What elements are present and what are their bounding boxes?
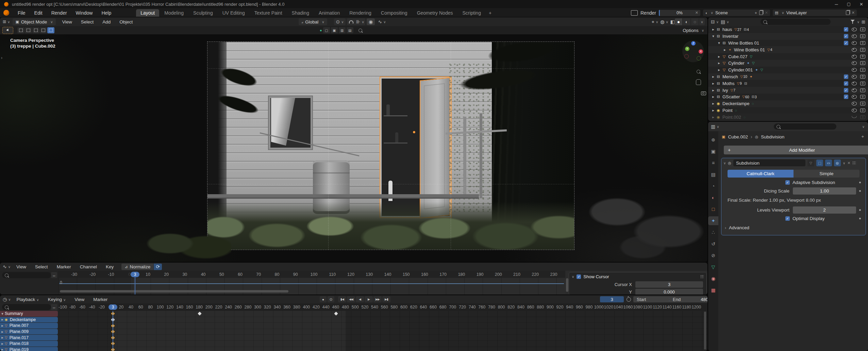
graph-menu-channel[interactable]: Channel (76, 264, 101, 269)
tab-modeling[interactable]: Modeling (160, 9, 188, 17)
timeline-editor-type-icon[interactable]: ◷∨ (3, 297, 11, 302)
show-cursor-checkbox[interactable]: ✓ (577, 274, 581, 279)
disable-render-camera-icon[interactable] (860, 75, 865, 79)
channel-plane-017[interactable]: ▸▽Plane.017 (0, 335, 58, 340)
expand-icon[interactable]: ▸ (711, 95, 716, 99)
channel-plane-019[interactable]: ▸▽Plane.019 (0, 347, 58, 351)
expand-icon[interactable]: ▸ (722, 48, 727, 52)
expand-icon[interactable]: ▸ (717, 54, 721, 59)
next-keyframe-button[interactable]: ▶▶ (373, 296, 382, 302)
jump-to-start-button[interactable]: ▮◀ (338, 296, 346, 302)
outliner-row-ivy[interactable]: ▸⊟Ivy▽7✓ (708, 87, 868, 94)
channel-expand-icon[interactable]: ▸ (0, 317, 5, 322)
hide-viewport-eye-icon[interactable] (852, 88, 857, 92)
timeline-filter-toggle-icon[interactable]: ↔ (51, 304, 57, 310)
hide-viewport-eye-icon[interactable] (852, 28, 857, 31)
viewport-pan-hand-icon[interactable] (696, 79, 701, 85)
timeline-menu-keying[interactable]: Keying∨ (44, 297, 70, 302)
disable-render-camera-icon[interactable] (860, 48, 865, 52)
normalize-auto-refresh-icon[interactable]: ⟳ (154, 264, 162, 270)
on-cage-toggle-icon[interactable]: ⬚ (816, 160, 823, 166)
tab-rendering[interactable]: Rendering (345, 9, 376, 17)
select-mode-extend[interactable] (25, 27, 32, 33)
tab-world[interactable]: ◐ (709, 193, 718, 202)
modifier-name-field[interactable]: Subdivision (733, 160, 805, 166)
visibility-checkbox[interactable]: ✓ (844, 27, 848, 32)
shading-rendered-icon[interactable]: ○ (691, 18, 699, 25)
channel-expand-icon[interactable]: ▸ (0, 347, 5, 351)
viewport-menu-object[interactable]: Object (115, 19, 137, 24)
disable-render-camera-icon[interactable] (860, 68, 865, 72)
disable-render-camera-icon[interactable] (860, 34, 865, 38)
viewport-menu-select[interactable]: Select (77, 19, 98, 24)
optimal-display-checkbox[interactable]: ✓ (785, 216, 790, 221)
disable-render-camera-icon[interactable] (860, 82, 865, 85)
properties-search-box[interactable] (774, 123, 836, 130)
visibility-checkbox[interactable]: ✓ (844, 34, 848, 38)
realtime-toggle-icon[interactable]: ▭ (825, 160, 832, 166)
tab-particles[interactable]: ∴ (709, 228, 718, 237)
expand-icon[interactable]: ▸ (717, 68, 721, 72)
properties-options-icon[interactable]: ∨ (862, 125, 865, 129)
channel-deckenlampe[interactable]: ▸◉Deckenlampe (0, 317, 58, 323)
viewport-menu-add[interactable]: Add (98, 19, 115, 24)
viewport-zoom-icon[interactable] (697, 70, 700, 73)
expand-icon[interactable]: ▸ (711, 88, 716, 93)
tab-animation[interactable]: Animation (314, 9, 344, 17)
disable-render-camera-icon[interactable] (860, 108, 865, 112)
render-toggle-icon[interactable]: ◎ (834, 160, 841, 166)
disable-render-camera-icon[interactable] (860, 41, 865, 45)
tab-constraints[interactable]: ⊘ (709, 251, 718, 260)
menu-edit[interactable]: Edit (30, 10, 47, 16)
channel-expand-icon[interactable]: ▸ (0, 323, 5, 328)
delete-viewlayer-icon[interactable]: ✕ (852, 11, 855, 15)
graph-menu-view[interactable]: View (12, 264, 31, 269)
gizmo-x-neg[interactable] (684, 54, 689, 58)
jump-to-end-button[interactable]: ▶▮ (382, 296, 390, 302)
expand-icon[interactable]: ▸ (711, 108, 716, 113)
outliner-filter-mode-icon[interactable]: ▤∨ (721, 19, 729, 24)
outliner-row-moths[interactable]: ▸⊟Moths▽9⊟✓ (708, 80, 868, 87)
hide-viewport-eye-icon[interactable] (852, 108, 857, 112)
outliner-row-point-002[interactable]: ▸◉Point.002◌ (708, 114, 868, 120)
graph-menu-select[interactable]: Select (31, 264, 52, 269)
snap-magnet-icon[interactable] (347, 18, 355, 25)
pin-id-icon[interactable]: ⌖ (862, 134, 864, 139)
tab-layout[interactable]: Layout (136, 9, 159, 17)
advanced-section-toggle[interactable]: › Advanced (725, 225, 866, 230)
options-dropdown[interactable]: Options ∨ (683, 28, 704, 33)
properties-editor-type-icon[interactable]: ▥∨ (711, 124, 719, 129)
panel-expand-icon[interactable]: ∨ (723, 161, 726, 165)
proportional-editing-icon[interactable]: ◉ (367, 18, 375, 25)
play-button[interactable]: ▶ (365, 296, 373, 302)
expand-icon[interactable]: ▾ (711, 34, 716, 38)
transform-orientation-dropdown[interactable]: ⟓ Global ∨ (299, 18, 327, 25)
expand-icon[interactable]: ▸ (711, 27, 716, 32)
tab-uv-editing[interactable]: UV Editing (218, 9, 249, 17)
graph-menu-key[interactable]: Key (101, 264, 118, 269)
tab-texture[interactable]: ▦ (709, 286, 718, 295)
viewlayer-selector[interactable]: ▤∨ ViewLayer ✕ (773, 10, 857, 16)
viewport-canvas[interactable]: › Camera Perspective (3) treppe | Cube.0… (0, 34, 707, 262)
tab-output[interactable]: ≡ (709, 158, 718, 167)
outliner-row-wine-bottles-01[interactable]: ▸⌖Wine Bottles 01▽4 (708, 46, 868, 53)
auto-keying-toggle-icon[interactable]: ● (320, 296, 327, 302)
active-tool-button[interactable] (2, 27, 13, 34)
hide-viewport-eye-icon[interactable] (852, 55, 857, 58)
expand-icon[interactable]: ▸ (711, 101, 716, 106)
timeline-playhead[interactable] (113, 311, 113, 351)
menu-file[interactable]: File (13, 10, 30, 16)
hide-viewport-eye-icon[interactable] (852, 75, 857, 79)
shading-solid-icon[interactable]: ● (675, 18, 682, 25)
disable-render-camera-icon[interactable] (860, 61, 865, 65)
render-progress-bar[interactable]: 0% ✕ (659, 10, 700, 16)
tab-shading[interactable]: Shading (287, 9, 314, 17)
hide-viewport-eye-icon[interactable] (852, 102, 857, 105)
keying-set-icon[interactable]: ⊙ (328, 296, 334, 302)
cursor-x-field[interactable]: 3 (635, 281, 703, 288)
tab-texture-paint[interactable]: Texture Paint (250, 9, 287, 17)
tab-physics[interactable]: ↺ (709, 239, 718, 248)
tab-material[interactable]: ◉ (709, 274, 718, 283)
tab-view-layer[interactable]: ▤ (709, 170, 718, 179)
timeline-v-scrollbar[interactable] (704, 312, 706, 350)
